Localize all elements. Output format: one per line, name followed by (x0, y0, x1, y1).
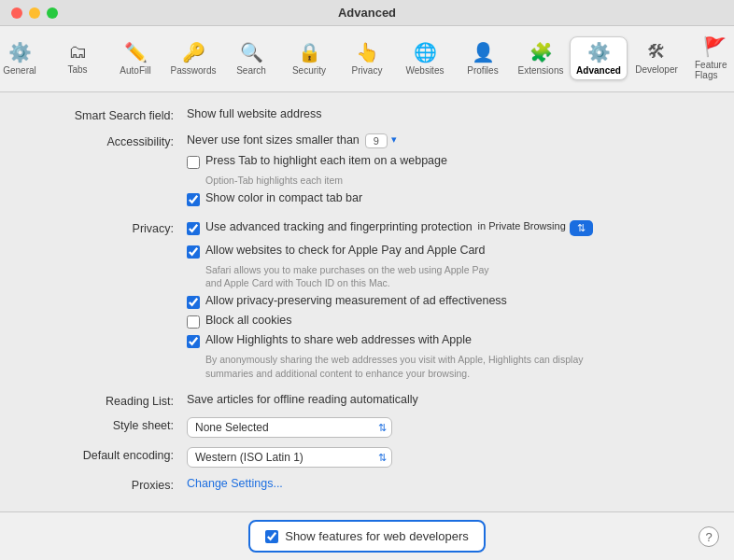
admeasurement-row: Allow privacy-preserving measurement of … (187, 294, 706, 309)
toolbar-label-security: Security (292, 65, 326, 76)
toolbar-item-general[interactable]: ⚙️ General (0, 37, 49, 79)
press-tab-row: Press Tab to highlight each item on a we… (187, 154, 706, 169)
privacy-row: Privacy: Use advanced tracking and finge… (28, 220, 706, 385)
privacy-label: Privacy: (28, 220, 187, 235)
font-size-row: Never use font sizes smaller than 9 ▾ (187, 133, 706, 148)
readinglist-label: Reading List: (28, 393, 187, 408)
encoding-select[interactable]: Western (ISO Latin 1) (187, 447, 392, 468)
press-tab-note: Option-Tab highlights each item (205, 174, 706, 188)
smart-search-label: Smart Search field: (28, 107, 187, 122)
applepay-checkbox[interactable] (187, 245, 200, 259)
press-tab-checkbox[interactable] (187, 156, 200, 169)
font-size-stepper[interactable]: ▾ (391, 133, 397, 146)
stylesheet-select[interactable]: None Selected (187, 417, 392, 438)
readinglist-row: Reading List: Save articles for offline … (28, 393, 706, 408)
toolbar-item-passwords[interactable]: 🔑 Passwords (164, 37, 222, 79)
blockcookies-row: Block all cookies (187, 314, 706, 329)
show-color-row: Show color in compact tab bar (187, 191, 706, 206)
highlights-label: Allow Highlights to share web addresses … (205, 333, 472, 346)
encoding-row: Default encoding: Western (ISO Latin 1) (28, 447, 706, 468)
toolbar-label-search: Search (236, 65, 266, 76)
toolbar-label-profiles: Profiles (467, 65, 498, 76)
search-icon: 🔍 (240, 41, 263, 63)
toolbar-item-developer[interactable]: 🛠 Developer (628, 37, 685, 78)
profiles-icon: 👤 (472, 41, 495, 63)
encoding-control: Western (ISO Latin 1) (187, 447, 706, 468)
developer-icon: 🛠 (647, 41, 666, 63)
proxies-link[interactable]: Change Settings... (187, 477, 706, 490)
settings-content: Smart Search field: Show full website ad… (0, 92, 734, 552)
close-button[interactable] (11, 7, 22, 19)
toolbar-item-extensions[interactable]: 🧩 Extensions (512, 37, 570, 79)
tracking-dropdown-icon: ⇅ (577, 222, 586, 234)
tracking-dropdown[interactable]: ⇅ (570, 220, 593, 236)
stylesheet-select-wrapper: None Selected (187, 417, 392, 438)
autofill-icon: ✏️ (124, 41, 148, 63)
passwords-icon: 🔑 (182, 41, 205, 63)
extensions-icon: 🧩 (529, 41, 553, 63)
toolbar-item-websites[interactable]: 🌐 Websites (396, 37, 454, 79)
general-icon: ⚙️ (8, 41, 32, 63)
toolbar-label-advanced: Advanced (576, 65, 621, 76)
accessibility-label: Accessibility: (28, 133, 187, 148)
font-size-label: Never use font sizes smaller than (187, 133, 360, 147)
toolbar-item-security[interactable]: 🔒 Security (280, 37, 338, 79)
highlights-row: Allow Highlights to share web addresses … (187, 333, 706, 348)
stylesheet-control: None Selected (187, 417, 706, 438)
show-features-checkbox[interactable] (265, 530, 278, 543)
toolbar-item-profiles[interactable]: 👤 Profiles (454, 37, 512, 79)
window-controls (11, 7, 58, 19)
font-size-select[interactable]: 9 (365, 133, 388, 148)
toolbar-label-extensions: Extensions (518, 65, 564, 76)
proxies-row: Proxies: Change Settings... (28, 477, 706, 492)
tracking-row: Use advanced tracking and fingerprinting… (187, 220, 706, 236)
toolbar-item-featureflags[interactable]: 🚩 Feature Flags (685, 32, 734, 84)
press-tab-label: Press Tab to highlight each item on a we… (205, 154, 447, 167)
title-bar: Advanced (0, 0, 734, 26)
show-features-label: Show features for web developers (285, 529, 469, 543)
smart-search-row: Smart Search field: Show full website ad… (28, 107, 706, 122)
toolbar-item-autofill[interactable]: ✏️ AutoFill (106, 37, 164, 79)
blockcookies-label: Block all cookies (205, 314, 291, 327)
accessibility-options: Never use font sizes smaller than 9 ▾ Pr… (187, 133, 706, 211)
featureflags-icon: 🚩 (703, 35, 727, 58)
admeasurement-checkbox[interactable] (187, 296, 200, 309)
tracking-inline-label: in Private Browsing (478, 220, 566, 231)
show-color-checkbox[interactable] (187, 193, 200, 206)
help-button[interactable]: ? (699, 526, 719, 547)
security-icon: 🔒 (298, 41, 321, 63)
encoding-select-wrapper: Western (ISO Latin 1) (187, 447, 392, 468)
stylesheet-row: Style sheet: None Selected (28, 417, 706, 438)
toolbar-item-privacy[interactable]: 👆 Privacy (338, 37, 396, 79)
toolbar-label-featureflags: Feature Flags (695, 60, 734, 80)
toolbar-item-tabs[interactable]: 🗂 Tabs (49, 37, 106, 78)
show-color-label: Show color in compact tab bar (205, 191, 362, 204)
tracking-checkbox[interactable] (187, 222, 200, 235)
toolbar-label-websites: Websites (406, 65, 445, 76)
window-title: Advanced (338, 6, 396, 20)
readinglist-value: Save articles for offline reading automa… (187, 393, 706, 406)
highlights-checkbox[interactable] (187, 335, 200, 348)
highlights-note: By anonymously sharing the web addresses… (205, 353, 706, 380)
toolbar-label-developer: Developer (635, 64, 678, 75)
toolbar-label-privacy: Privacy (352, 65, 383, 76)
toolbar-item-advanced[interactable]: ⚙️ Advanced (570, 36, 628, 80)
minimize-button[interactable] (29, 7, 40, 19)
tracking-label: Use advanced tracking and fingerprinting… (205, 220, 473, 233)
admeasurement-label: Allow privacy-preserving measurement of … (205, 294, 507, 307)
toolbar-item-search[interactable]: 🔍 Search (222, 37, 280, 79)
encoding-label: Default encoding: (28, 447, 187, 462)
websites-icon: 🌐 (414, 41, 437, 63)
show-features-box: Show features for web developers (248, 520, 486, 553)
toolbar-label-passwords: Passwords (171, 65, 217, 76)
applepay-row: Allow websites to check for Apple Pay an… (187, 244, 706, 259)
accessibility-row: Accessibility: Never use font sizes smal… (28, 133, 706, 211)
privacy-icon: 👆 (356, 41, 379, 63)
applepay-label: Allow websites to check for Apple Pay an… (205, 244, 485, 257)
toolbar-label-tabs: Tabs (67, 64, 87, 75)
maximize-button[interactable] (47, 7, 58, 19)
toolbar-label-general: General (3, 65, 36, 76)
stylesheet-label: Style sheet: (28, 417, 187, 432)
toolbar: ⚙️ General 🗂 Tabs ✏️ AutoFill 🔑 Password… (0, 26, 734, 92)
blockcookies-checkbox[interactable] (187, 315, 200, 329)
